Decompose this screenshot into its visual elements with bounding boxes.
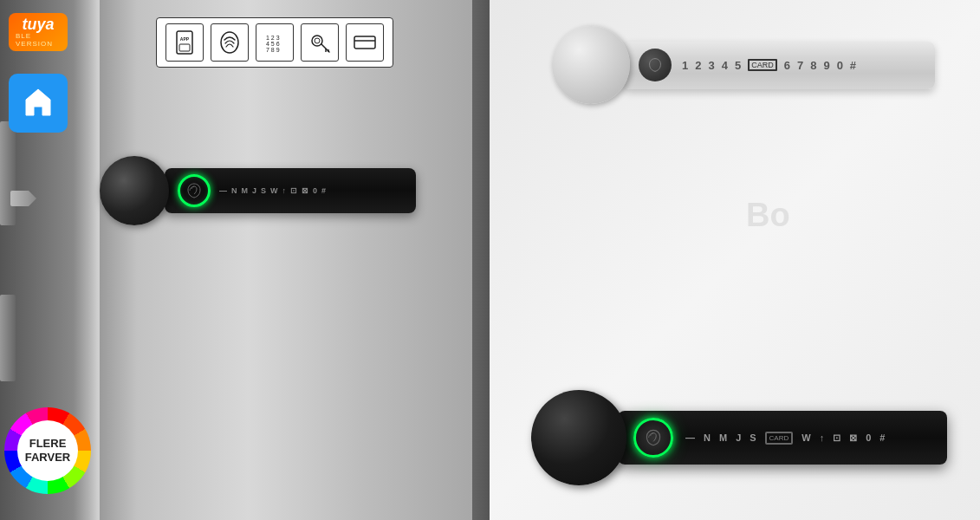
silver-num-0: 0 [837, 59, 843, 72]
silver-keypad: 1 2 3 4 5 CARD 6 7 8 9 0 # [682, 59, 856, 72]
door-latch-top [0, 121, 16, 225]
sym-11: # [321, 186, 326, 195]
color-wheel: FLERE FARVER [4, 407, 91, 494]
black-sym-6: W [802, 432, 810, 443]
handle-bar-black: — N M J S W ↑ ⊡ ⊠ 0 # [165, 168, 416, 213]
silver-card-indicator: CARD [748, 59, 777, 71]
svg-point-3 [221, 32, 238, 53]
silver-rose [552, 26, 630, 104]
door-surface [100, 0, 472, 520]
black-bar-large: — N M J S CARD W ↑ ⊡ ⊠ 0 # [618, 411, 947, 465]
flere-inner: FLERE FARVER [17, 420, 78, 481]
app-feature-icon: APP [165, 23, 204, 62]
black-sym-7: ↑ [820, 432, 825, 443]
black-handle-assembly: — N M J S CARD W ↑ ⊡ ⊠ 0 # [531, 390, 947, 485]
handle-rose-black [100, 156, 169, 225]
fingerprint-feature-icon [211, 23, 249, 62]
keypad-feature-icon: 1 2 3 4 5 6 7 8 9 [256, 23, 294, 62]
black-hash: # [879, 432, 885, 443]
silver-bar: 1 2 3 4 5 CARD 6 7 8 9 0 # [623, 42, 935, 89]
silver-hash: # [850, 59, 856, 72]
svg-text:4 5 6: 4 5 6 [266, 41, 280, 47]
flere-text: FLERE FARVER [25, 437, 71, 464]
black-handle-left: — N M J S W ↑ ⊡ ⊠ 0 # [100, 156, 416, 225]
left-panel: tuya BLE VERSION APP [0, 0, 490, 520]
silver-num-7: 7 [797, 59, 803, 72]
black-sym-9: ⊠ [849, 432, 857, 444]
silver-handle-assembly: 1 2 3 4 5 CARD 6 7 8 9 0 # [552, 26, 935, 104]
main-container: tuya BLE VERSION APP [0, 0, 980, 520]
black-sym-10: 0 [866, 432, 871, 443]
black-sym-2: N [704, 432, 711, 443]
card-feature-icon [346, 23, 384, 62]
black-sym-8: ⊡ [833, 432, 840, 444]
feature-icons-strip: APP 1 2 3 4 5 6 7 8 9 [156, 17, 393, 68]
sym-4: J [252, 186, 256, 195]
black-sym-5: S [750, 432, 756, 443]
bo-watermark: Bo [746, 197, 790, 234]
silver-num-5: 5 [735, 59, 741, 72]
black-card-indicator: CARD [765, 432, 794, 445]
sym-7: ↑ [282, 186, 287, 195]
sym-8: ⊡ [290, 186, 297, 195]
right-panel: Bo 1 2 3 4 5 CARD [490, 0, 980, 520]
svg-rect-12 [354, 36, 375, 49]
svg-point-8 [315, 38, 320, 43]
silver-fingerprint-sensor [639, 49, 672, 81]
fingerprint-ring-green [178, 174, 211, 207]
silver-num-2: 2 [695, 59, 701, 72]
sym-6: W [270, 186, 278, 195]
svg-point-7 [312, 36, 322, 46]
silver-num-8: 8 [810, 59, 816, 72]
silver-num-3: 3 [708, 59, 714, 72]
silver-num-6: 6 [784, 59, 790, 72]
sym-10: 0 [313, 186, 317, 195]
flere-line1: FLERE [29, 437, 67, 450]
silver-fp-icon [646, 55, 665, 75]
fingerprint-icon [184, 180, 204, 201]
home-app-badge [9, 74, 68, 133]
sym-2: N [231, 186, 237, 195]
keypad-symbols-left: — N M J S W ↑ ⊡ ⊠ 0 # [219, 186, 326, 195]
tuya-badge: tuya BLE VERSION [9, 13, 68, 51]
tuya-sub: BLE VERSION [16, 32, 61, 48]
silver-lock: 1 2 3 4 5 CARD 6 7 8 9 0 # [524, 26, 963, 104]
black-sym-4: J [736, 432, 741, 443]
door-latch-bottom [0, 295, 16, 381]
sym-3: M [242, 186, 249, 195]
silver-num-9: 9 [823, 59, 829, 72]
black-keypad: — N M J S CARD W ↑ ⊡ ⊠ 0 # [685, 432, 885, 445]
door-lock-left: — N M J S W ↑ ⊡ ⊠ 0 # [100, 156, 416, 225]
black-rose-large [531, 390, 626, 485]
key-feature-icon [301, 23, 339, 62]
svg-text:APP: APP [180, 36, 190, 42]
silver-num-4: 4 [722, 59, 728, 72]
sym-5: S [261, 186, 266, 195]
sym-9: ⊠ [302, 186, 308, 195]
black-fp-ring [633, 418, 673, 458]
flere-farver-badge: FLERE FARVER [4, 407, 91, 494]
tuya-text: tuya [22, 16, 54, 32]
black-fp-icon [642, 426, 665, 449]
svg-text:7 8 9: 7 8 9 [266, 47, 280, 53]
silver-num-1: 1 [682, 59, 688, 72]
svg-text:1 2 3: 1 2 3 [266, 35, 280, 41]
svg-rect-2 [179, 44, 190, 51]
tuya-logo: tuya BLE VERSION [9, 13, 68, 51]
flere-line2: FARVER [25, 451, 71, 464]
sym-1: — [219, 186, 227, 195]
black-sym-3: M [719, 432, 727, 443]
black-sym-1: — [685, 432, 695, 443]
black-lock-large: — N M J S CARD W ↑ ⊡ ⊠ 0 # [507, 390, 971, 485]
home-icon [19, 84, 57, 122]
